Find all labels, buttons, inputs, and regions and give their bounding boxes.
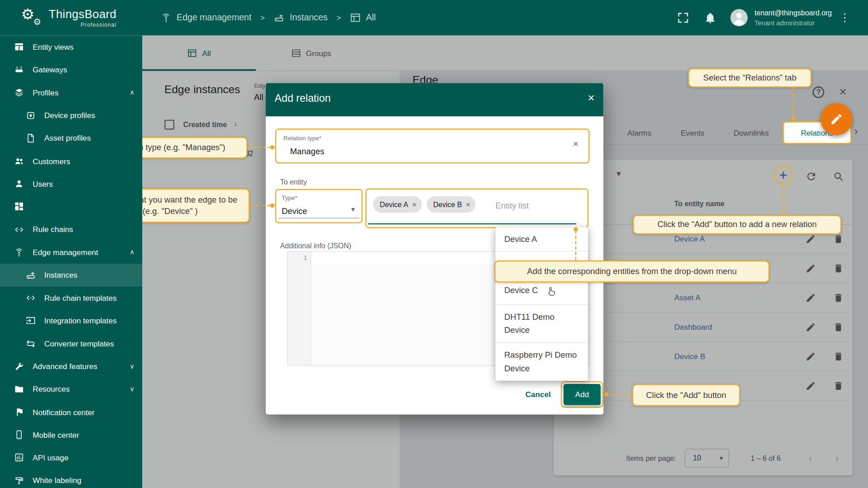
annotation-dot	[791, 116, 796, 121]
chip-remove-button[interactable]: ×	[466, 200, 470, 209]
entity-type-highlight: Type* Device ▾	[275, 189, 363, 223]
chevron-down-icon: ∨	[130, 385, 135, 393]
table-icon	[350, 12, 361, 24]
sidebar-item-advanced-features[interactable]: Advanced features ∨	[0, 355, 142, 378]
app-subtitle: Professional	[49, 22, 117, 28]
entity-chip[interactable]: Device A ×	[373, 196, 422, 213]
dialog-header: Add relation ×	[266, 83, 603, 117]
sidebar-item-edge-management[interactable]: Edge management ∧	[0, 241, 142, 264]
annotation-connector	[783, 185, 784, 215]
sidebar-item-notification-center[interactable]: Notification center	[0, 401, 142, 423]
annotation-dot	[605, 392, 609, 397]
close-icon: ×	[588, 91, 595, 104]
kebab-icon: ⋮	[839, 11, 850, 24]
antenna-icon	[160, 12, 172, 24]
annotation-connector	[793, 88, 793, 118]
phone-icon	[14, 430, 24, 440]
clear-relation-type-button[interactable]: ×	[573, 138, 578, 150]
sidebar-item-profiles[interactable]: Profiles ∧	[0, 81, 142, 104]
pencil-icon	[830, 113, 843, 126]
logo-gear-icon: ⚙	[21, 5, 35, 23]
relation-type-label: Relation type*	[283, 135, 321, 142]
editor-gutter: 1	[288, 251, 311, 365]
field-underline	[278, 218, 359, 218]
entity-option[interactable]: DHT11 Demo Device	[495, 305, 588, 343]
sidebar-item-rule-chain-templates[interactable]: Rule chain templates	[0, 286, 142, 309]
add-button-highlight: Add	[561, 381, 603, 408]
dashboards-icon	[14, 201, 24, 212]
sidebar-item-white-labeling[interactable]: White labeling	[0, 469, 142, 488]
annotation-dot	[270, 145, 275, 150]
annotation-add-button: Click the "Add" button	[632, 384, 740, 406]
gateways-icon	[14, 64, 24, 75]
app-logo: ⚙ ⚙ ThingsBoard Professional	[21, 5, 117, 31]
sidebar-item-entity-views[interactable]: Entity views	[0, 35, 142, 58]
converter-icon	[25, 338, 36, 349]
sidebar-item-converter-templates[interactable]: Converter templates	[0, 332, 142, 355]
cursor-icon	[545, 285, 558, 298]
sidebar-item-gateways[interactable]: Gateways	[0, 58, 142, 81]
sidebar-item-resources[interactable]: Resources ∨	[0, 378, 142, 400]
entity-autocomplete-panel: Device A Device B Device C DHT11 Demo De…	[495, 227, 588, 380]
paint-icon	[14, 475, 24, 486]
logo-gear-small-icon: ⚙	[33, 17, 42, 27]
users-icon	[14, 179, 24, 189]
folder-icon	[14, 384, 24, 394]
sidebar-item-device-profiles[interactable]: Device profiles	[0, 104, 142, 127]
annotation-dot	[270, 204, 275, 208]
integration-icon	[25, 316, 36, 326]
dialog-title: Add relation	[275, 93, 331, 105]
add-button[interactable]: Add	[563, 384, 601, 405]
flag-icon	[14, 407, 24, 417]
relation-type-input[interactable]: Manages	[290, 146, 324, 156]
sidebar-item-instances[interactable]: Instances	[0, 264, 142, 286]
annotation-dot	[573, 227, 578, 232]
notifications-button[interactable]	[704, 11, 717, 24]
more-menu-button[interactable]: ⋮	[839, 10, 850, 24]
dialog-close-button[interactable]: ×	[588, 91, 595, 104]
edit-fab[interactable]	[821, 103, 853, 135]
sidebar: Entity views Gateways Profiles ∧ Device …	[0, 35, 142, 488]
sidebar-item-asset-profiles[interactable]: Asset profiles	[0, 127, 142, 149]
sidebar-item-integration-templates[interactable]: Integration templates	[0, 309, 142, 332]
chevron-up-icon: ∧	[130, 89, 135, 96]
app-header: ⚙ ⚙ ThingsBoard Professional Edge manage…	[0, 0, 868, 35]
entity-chips: Device A × Device B ×	[373, 196, 475, 213]
sidebar-item-users[interactable]: Users	[0, 172, 142, 195]
rule-chains-icon	[14, 224, 24, 235]
sidebar-item-rule-chains[interactable]: Rule chains	[0, 218, 142, 241]
entity-chip[interactable]: Device B ×	[427, 196, 475, 213]
customers-icon	[14, 156, 24, 166]
breadcrumb-item-all[interactable]: All	[366, 13, 376, 23]
annotation-dropdown: Add the corresponding entities from the …	[494, 261, 769, 283]
breadcrumb-separator: >	[337, 13, 341, 22]
wrench-icon	[14, 361, 24, 371]
annotation-add-plus: Click the “Add” button to add a new rela…	[633, 215, 841, 234]
chip-remove-button[interactable]: ×	[412, 200, 417, 209]
sidebar-item-customers[interactable]: Customers	[0, 150, 142, 172]
to-entity-label: To entity	[280, 178, 307, 186]
annotation-relations-tab: Select the “Relations” tab	[688, 68, 812, 88]
rule-chains-icon	[25, 293, 36, 303]
chart-icon	[14, 452, 24, 463]
sidebar-item-dashboards[interactable]	[0, 195, 142, 218]
entity-option[interactable]: Raspberry Pi Demo Device	[495, 343, 588, 380]
entity-list-input[interactable]: Entity list	[495, 200, 529, 210]
cancel-button[interactable]: Cancel	[521, 384, 556, 406]
type-select[interactable]: Device	[282, 206, 307, 216]
close-icon: ×	[573, 138, 578, 149]
breadcrumb: Edge management > Instances > All	[160, 0, 375, 35]
sidebar-item-mobile-center[interactable]: Mobile center	[0, 423, 142, 446]
breadcrumb-item-edge-management[interactable]: Edge management	[177, 13, 252, 23]
fullscreen-button[interactable]	[676, 11, 690, 24]
additional-info-label: Additional info (JSON)	[280, 242, 352, 250]
sidebar-item-api-usage[interactable]: API usage	[0, 446, 142, 469]
user-role: Tenant administrator	[755, 19, 815, 27]
relation-type-highlight: Relation type* Manages ×	[275, 128, 590, 163]
profiles-icon	[14, 87, 24, 98]
user-avatar[interactable]	[730, 8, 749, 27]
breadcrumb-item-instances[interactable]: Instances	[290, 13, 328, 23]
add-button-ring-highlight	[774, 166, 793, 185]
chevron-down-icon: ∨	[130, 363, 135, 370]
annotation-connector	[605, 394, 632, 395]
